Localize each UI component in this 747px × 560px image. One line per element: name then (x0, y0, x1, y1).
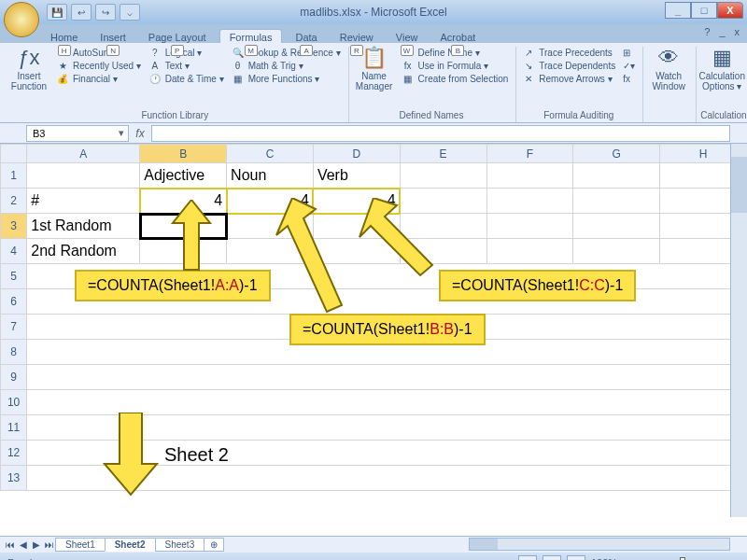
trace-dependents-button[interactable]: ↘Trace Dependents (520, 60, 617, 72)
col-header-G[interactable]: G (573, 145, 660, 163)
qat-undo-icon[interactable]: ↩ (71, 4, 92, 21)
horizontal-scrollbar[interactable] (469, 538, 730, 551)
cell-D1[interactable]: Verb (313, 163, 400, 189)
cell-G1[interactable] (573, 163, 660, 189)
tab-data[interactable]: DataA (286, 30, 326, 43)
help-icon[interactable]: ? (704, 26, 710, 37)
row-header-5[interactable]: 5 (1, 264, 27, 289)
cell-A2[interactable]: # (27, 189, 140, 214)
fx-icon[interactable]: fx (129, 127, 151, 140)
cell-G4[interactable] (573, 239, 660, 264)
tab-view[interactable]: ViewW (387, 30, 428, 43)
row-header-11[interactable]: 11 (1, 415, 27, 441)
qat-custom-icon[interactable]: ⌵ (120, 4, 140, 21)
row-header-2[interactable]: 2 (1, 189, 27, 214)
row-header-12[interactable]: 12 (1, 441, 27, 466)
cell-F1[interactable] (486, 163, 573, 189)
sheet-tab-sheet1[interactable]: Sheet1 (55, 538, 106, 552)
tab-home[interactable]: HomeH (41, 30, 87, 43)
recently-used-button[interactable]: ★Recently Used ▾ (54, 60, 143, 72)
row-header-9[interactable]: 9 (1, 365, 27, 390)
window-close-button[interactable]: X (717, 2, 743, 19)
qat-redo-icon[interactable]: ↪ (95, 4, 116, 21)
col-header-C[interactable]: C (227, 145, 314, 163)
tab-review[interactable]: ReviewR (331, 30, 383, 43)
sheet-tab-sheet3[interactable]: Sheet3 (155, 538, 205, 552)
create-from-selection-button[interactable]: ▦Create from Selection (400, 73, 511, 85)
vscroll-thumb[interactable] (731, 157, 747, 213)
tab-formulas[interactable]: FormulasM (219, 29, 283, 43)
math-trig-button[interactable]: θMath & Trig ▾ (230, 60, 343, 72)
name-box[interactable]: B3 ▾ (26, 125, 129, 142)
logical-button[interactable]: ?Logical ▾ (147, 47, 226, 59)
cell-A4[interactable]: 2nd Random (27, 239, 140, 264)
view-layout-button[interactable] (543, 555, 561, 560)
tab-page-layout[interactable]: Page LayoutP (139, 30, 216, 43)
row-header-6[interactable]: 6 (1, 289, 27, 315)
row-header-8[interactable]: 8 (1, 340, 27, 365)
view-break-button[interactable] (567, 555, 585, 560)
workbook-close-icon[interactable]: x (735, 26, 740, 37)
row-header-4[interactable]: 4 (1, 239, 27, 264)
cell-C1[interactable]: Noun (227, 163, 314, 189)
row-header-13[interactable]: 13 (1, 466, 27, 491)
cell-F2[interactable] (486, 189, 573, 214)
cell-E1[interactable] (400, 163, 486, 189)
svg-marker-3 (105, 413, 157, 495)
cell-row10[interactable] (27, 390, 747, 415)
col-header-B[interactable]: B (140, 145, 227, 163)
col-header-D[interactable]: D (313, 145, 400, 163)
cell-B1[interactable]: Adjective (140, 163, 227, 189)
col-header-A[interactable]: A (27, 145, 140, 163)
tab-insert[interactable]: InsertN (91, 30, 135, 43)
row-header-7[interactable]: 7 (1, 315, 27, 340)
new-sheet-button[interactable]: ⊕ (204, 538, 224, 552)
text-button[interactable]: AText ▾ (147, 60, 226, 72)
window-maximize-button[interactable]: □ (691, 2, 717, 19)
remove-arrows-button[interactable]: ✕Remove Arrows ▾ (520, 73, 617, 85)
sheet-nav-first[interactable]: ⏮ (4, 539, 17, 550)
tab-view-label: View (396, 32, 418, 43)
sheet-nav: ⏮ ◀ ▶ ⏭ (4, 539, 56, 550)
col-header-E[interactable]: E (400, 145, 486, 163)
group-formula-auditing: Formula Auditing (520, 110, 637, 122)
cell-G3[interactable] (573, 214, 660, 239)
evaluate-formula-button[interactable]: fx (621, 73, 637, 85)
row-header-10[interactable]: 10 (1, 390, 27, 415)
qat-save-icon[interactable]: 💾 (47, 4, 67, 21)
watch-window-button[interactable]: 👁Watch Window (647, 47, 690, 91)
tab-acrobat[interactable]: AcrobatB (430, 30, 485, 43)
show-formulas-button[interactable]: ⊞ (621, 47, 637, 59)
more-functions-button[interactable]: ▦More Functions ▾ (230, 73, 343, 85)
view-normal-button[interactable] (518, 555, 537, 560)
cell-F3[interactable] (486, 214, 573, 239)
sheet-tab-sheet2[interactable]: Sheet2 (105, 538, 156, 552)
lookup-icon: 🔍 (232, 48, 245, 58)
row-header-1[interactable]: 1 (1, 163, 27, 189)
vertical-scrollbar[interactable] (730, 144, 747, 517)
select-all-cell[interactable] (1, 145, 27, 163)
row-header-3[interactable]: 3 (1, 214, 27, 239)
col-header-F[interactable]: F (486, 145, 573, 163)
sheet-nav-last[interactable]: ⏭ (43, 539, 56, 550)
cell-F4[interactable] (486, 239, 573, 264)
office-button[interactable] (4, 2, 39, 37)
trace-precedents-button[interactable]: ↗Trace Precedents (520, 47, 617, 59)
date-time-button[interactable]: 🕐Date & Time ▾ (147, 73, 226, 85)
cell-row9[interactable] (27, 365, 747, 390)
chevron-down-icon[interactable]: ▾ (115, 127, 128, 139)
insert-function-button[interactable]: ƒxInsert Function (7, 47, 50, 91)
cell-A1[interactable] (27, 163, 140, 189)
formula-bar[interactable] (151, 125, 730, 142)
financial-button[interactable]: 💰Financial ▾ (54, 73, 143, 85)
window-minimize-button[interactable]: _ (665, 2, 691, 19)
calculation-options-button[interactable]: ▦Calculation Options ▾ (700, 47, 743, 91)
ribbon-minimize-icon[interactable]: _ (719, 26, 725, 37)
hscroll-thumb[interactable] (470, 539, 498, 550)
use-in-formula-button[interactable]: fxUse in Formula ▾ (400, 60, 511, 72)
sheet-nav-next[interactable]: ▶ (30, 539, 43, 550)
cell-G2[interactable] (573, 189, 660, 214)
error-checking-button[interactable]: ✓▾ (621, 60, 637, 72)
cell-A3[interactable]: 1st Random (27, 214, 140, 239)
sheet-nav-prev[interactable]: ◀ (17, 539, 30, 550)
